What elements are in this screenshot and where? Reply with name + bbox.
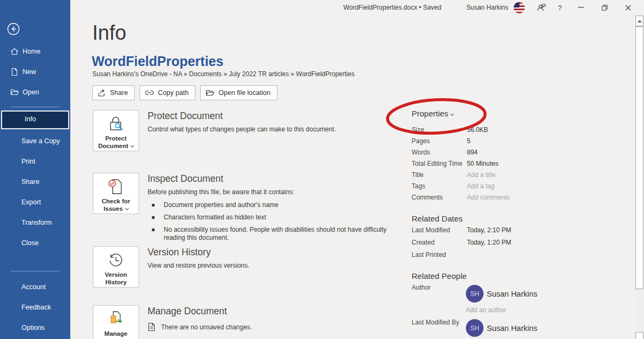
sidebar-item-share[interactable]: Share: [0, 176, 70, 187]
action-buttons: Share Copy path Open file location: [92, 85, 277, 100]
sidebar-item-label: Export: [21, 197, 41, 208]
sidebar-item-label: Home: [23, 46, 40, 57]
sidebar-item-label: Share: [21, 176, 39, 187]
add-tag-field[interactable]: Add a tag: [467, 182, 494, 190]
sidebar-item-home[interactable]: Home: [0, 46, 70, 57]
open-file-location-button[interactable]: Open file location: [200, 85, 277, 100]
section-title: Manage Document: [148, 306, 400, 317]
sidebar-item-transform[interactable]: Transform: [0, 217, 70, 228]
related-dates-rows: Last Modified Today, 2:10 PM Created Tod…: [412, 226, 589, 263]
sidebar-item-label: Feedback: [21, 302, 51, 313]
chevron-down-icon: [125, 207, 129, 210]
home-icon: [10, 47, 19, 56]
breadcrumb: Susan Harkins's OneDrive - NA » Document…: [92, 70, 355, 78]
link-icon: [145, 90, 154, 96]
sidebar-item-label: Save a Copy: [21, 136, 60, 146]
button-label: Share: [110, 89, 128, 97]
sidebar-item-label: Open: [23, 87, 39, 98]
manage-document-button[interactable]: Manage Document: [93, 305, 139, 339]
share-button[interactable]: Share: [92, 85, 135, 100]
property-value: 5: [467, 137, 471, 145]
backstage-sidebar: Home New Open Info Save a Copy Print Sha…: [0, 0, 70, 339]
scrollbar-thumb[interactable]: [635, 26, 643, 289]
version-history-icon: [107, 252, 125, 269]
sidebar-item-label: New: [23, 67, 36, 77]
scroll-down-button[interactable]: [635, 332, 643, 339]
document-edit-icon: [148, 322, 156, 331]
avatar-flag-canton: [514, 2, 519, 8]
sidebar-item-label: Info: [25, 115, 36, 123]
sidebar-item-feedback[interactable]: Feedback: [0, 302, 70, 313]
user-name[interactable]: Susan Harkins: [466, 4, 508, 11]
title-bar: Susan Harkins ? WordFieldProperties.docx…: [70, 0, 644, 15]
protect-document-section: Protect Document Protect Document Contro…: [93, 110, 400, 151]
button-label-line2: Issues: [104, 205, 123, 212]
restore-button[interactable]: [592, 0, 616, 15]
section-description: Control what types of changes people can…: [148, 126, 400, 134]
related-people-heading: Related People: [412, 271, 467, 281]
sidebar-item-new[interactable]: New: [0, 67, 70, 77]
sidebar-divider: [11, 107, 60, 107]
last-modified-by-label: Last Modified By: [412, 319, 459, 326]
property-row: Total Editing Time 50 Minutes: [412, 160, 589, 171]
inspect-document-icon: [107, 178, 125, 195]
list-item: No accessibility issues found. People wi…: [148, 226, 400, 242]
help-icon[interactable]: ?: [551, 0, 569, 15]
protect-document-button[interactable]: Protect Document: [93, 110, 139, 151]
sidebar-item-print[interactable]: Print: [0, 156, 70, 167]
sidebar-item-label: Transform: [21, 217, 52, 228]
manage-document-section: Manage Document Manage Document There ar…: [93, 305, 400, 339]
open-folder-icon: [206, 89, 215, 97]
version-history-button[interactable]: Version History: [93, 246, 139, 288]
author-avatar: SH: [466, 285, 484, 303]
last-modified-by-person[interactable]: SH Susan Harkins: [466, 319, 537, 337]
vertical-scrollbar[interactable]: [635, 16, 644, 339]
add-comments-field[interactable]: Add comments: [467, 194, 510, 201]
author-person[interactable]: SH Susan Harkins: [466, 285, 537, 303]
contact-card-icon[interactable]: [532, 0, 551, 15]
copy-path-button[interactable]: Copy path: [140, 85, 195, 100]
inspect-findings-list: Document properties and author's name Ch…: [148, 201, 400, 242]
check-for-issues-button[interactable]: Check for Issues: [93, 173, 139, 214]
scroll-up-icon: [638, 20, 642, 23]
scroll-up-button[interactable]: [635, 16, 643, 26]
sidebar-item-options[interactable]: Options: [0, 322, 70, 333]
sidebar-item-open[interactable]: Open: [0, 87, 70, 98]
sidebar-item-label: Options: [21, 322, 45, 333]
minimize-button[interactable]: [569, 0, 592, 15]
sidebar-item-export[interactable]: Export: [0, 197, 70, 208]
sidebar-item-close[interactable]: Close: [0, 238, 70, 248]
chevron-down-icon: [130, 144, 134, 148]
button-label-line1: Manage: [105, 330, 128, 337]
button-label-line2: Document: [98, 143, 128, 149]
sidebar-item-info[interactable]: Info: [1, 110, 69, 129]
manage-document-icon: [107, 311, 125, 328]
user-avatar[interactable]: [514, 2, 525, 13]
add-author-field[interactable]: Add an author: [466, 306, 506, 314]
version-history-section: Version History Version History View and…: [93, 246, 400, 288]
back-button[interactable]: [7, 23, 20, 35]
bullet-icon: [152, 204, 155, 207]
section-description: View and restore previous versions.: [148, 262, 400, 270]
bullet-icon: [152, 229, 155, 231]
property-row: Pages 5: [412, 137, 589, 149]
date-value: Today, 1:20 PM: [467, 239, 511, 246]
button-label-line1: Check for: [101, 198, 130, 204]
close-button[interactable]: [616, 0, 640, 15]
add-title-field[interactable]: Add a title: [467, 171, 495, 179]
property-value: 50 Minutes: [467, 160, 499, 167]
section-title: Inspect Document: [148, 173, 400, 185]
button-label-line2: History: [105, 279, 127, 285]
button-label-line1: Version: [105, 271, 127, 278]
page-title: Info: [92, 21, 126, 45]
sidebar-item-save-a-copy[interactable]: Save a Copy: [0, 136, 70, 146]
related-dates-heading: Related Dates: [412, 214, 463, 223]
new-document-icon: [10, 68, 19, 76]
section-title: Version History: [148, 247, 400, 258]
sidebar-item-account[interactable]: Account: [0, 282, 70, 292]
sidebar-item-label: Account: [21, 282, 46, 292]
author-name: Susan Harkins: [487, 290, 537, 298]
section-title: Protect Document: [148, 110, 400, 122]
modifier-avatar: SH: [466, 319, 484, 337]
list-item: Characters formatted as hidden text: [148, 213, 400, 222]
